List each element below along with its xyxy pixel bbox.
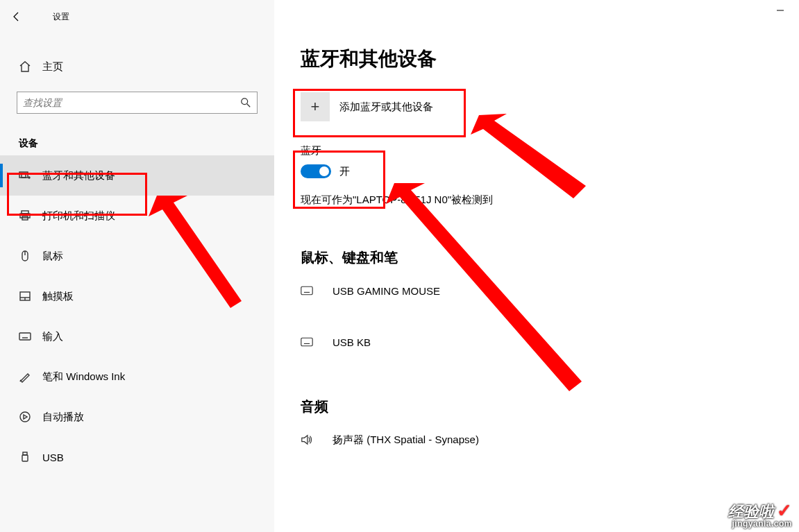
- sidebar-item-printers[interactable]: 打印机和扫描仪: [0, 196, 274, 236]
- bluetooth-section-label: 蓝牙: [301, 144, 773, 157]
- keyboard-icon: [301, 336, 324, 348]
- back-button[interactable]: [0, 0, 33, 33]
- sidebar-item-usb[interactable]: USB: [0, 437, 274, 477]
- device-label: USB GAMING MOUSE: [324, 285, 440, 297]
- speaker-icon: [301, 434, 324, 446]
- main-content: 蓝牙和其他设备 + 添加蓝牙或其他设备 蓝牙 开 现在可作为"LAPTOP-8P…: [274, 0, 799, 532]
- sidebar-item-label: 鼠标: [37, 250, 63, 263]
- usb-icon: [19, 451, 37, 463]
- svg-rect-20: [22, 455, 28, 461]
- search-icon: [240, 97, 251, 108]
- app-title: 设置: [33, 11, 69, 23]
- minimize-button[interactable]: [764, 0, 796, 21]
- device-row[interactable]: USB KB: [301, 328, 773, 356]
- sidebar-item-label: 蓝牙和其他设备: [37, 169, 115, 182]
- home-icon: [19, 60, 37, 73]
- watermark: 经验啦✓ jingyanla.com: [728, 501, 792, 528]
- mouse-icon: [19, 250, 37, 262]
- bluetooth-toggle[interactable]: [301, 164, 331, 178]
- sidebar-item-label: 笔和 Windows Ink: [37, 370, 125, 384]
- sidebar-item-bluetooth[interactable]: 蓝牙和其他设备: [0, 155, 274, 196]
- svg-point-18: [20, 412, 30, 422]
- printer-icon: [19, 209, 37, 222]
- device-row[interactable]: 扬声器 (THX Spatial - Synapse): [301, 426, 773, 454]
- autoplay-icon: [19, 411, 37, 423]
- keyboard-icon: [19, 330, 37, 343]
- svg-rect-12: [19, 333, 31, 340]
- category-mouse-keyboard-pen: 鼠标、键盘和笔: [301, 248, 773, 267]
- titlebar: 设置: [0, 0, 274, 33]
- keyboard-icon: [301, 284, 324, 297]
- pen-icon: [19, 370, 37, 383]
- bluetooth-toggle-row: 开: [301, 164, 773, 178]
- add-device-label: 添加蓝牙或其他设备: [330, 101, 433, 114]
- page-title: 蓝牙和其他设备: [301, 0, 773, 86]
- bluetooth-devices-icon: [19, 169, 37, 182]
- sidebar-item-mouse[interactable]: 鼠标: [0, 236, 274, 276]
- sidebar-item-typing[interactable]: 输入: [0, 316, 274, 357]
- group-header-devices: 设备: [0, 114, 274, 155]
- svg-point-3: [28, 177, 30, 178]
- watermark-brand: 经验啦: [728, 503, 774, 520]
- device-label: USB KB: [324, 336, 371, 348]
- bluetooth-toggle-state: 开: [331, 165, 350, 178]
- svg-rect-22: [301, 286, 312, 294]
- svg-point-0: [242, 98, 248, 105]
- add-device-button[interactable]: + 添加蓝牙或其他设备: [301, 86, 433, 128]
- device-label: 扬声器 (THX Spatial - Synapse): [324, 434, 479, 447]
- sidebar: 设置 主页 设备 蓝牙和其他设备 打印机和扫描仪 鼠标: [0, 0, 274, 532]
- sidebar-item-label: 触摸板: [37, 290, 74, 303]
- svg-rect-5: [20, 214, 30, 218]
- sidebar-item-label: 输入: [37, 330, 63, 343]
- svg-rect-28: [301, 338, 312, 345]
- svg-rect-1: [19, 172, 28, 178]
- sidebar-item-label: USB: [37, 452, 64, 463]
- sidebar-item-label: 自动播放: [37, 411, 84, 424]
- search-input[interactable]: [23, 97, 240, 108]
- sidebar-item-autoplay[interactable]: 自动播放: [0, 397, 274, 437]
- touchpad-icon: [19, 290, 37, 302]
- discoverable-text: 现在可作为"LAPTOP-8PE1J N0"被检测到: [301, 194, 773, 207]
- watermark-url: jingyanla.com: [728, 520, 792, 528]
- sidebar-item-pen[interactable]: 笔和 Windows Ink: [0, 357, 274, 397]
- search-box[interactable]: [17, 92, 258, 114]
- svg-rect-2: [22, 174, 26, 178]
- sidebar-item-label: 打印机和扫描仪: [37, 209, 115, 223]
- device-row[interactable]: USB GAMING MOUSE: [301, 277, 773, 304]
- sidebar-item-home[interactable]: 主页: [0, 53, 274, 80]
- category-audio: 音频: [301, 397, 773, 416]
- sidebar-item-touchpad[interactable]: 触摸板: [0, 276, 274, 316]
- plus-icon: +: [301, 92, 330, 121]
- check-icon: ✓: [774, 500, 792, 521]
- home-label: 主页: [37, 60, 63, 74]
